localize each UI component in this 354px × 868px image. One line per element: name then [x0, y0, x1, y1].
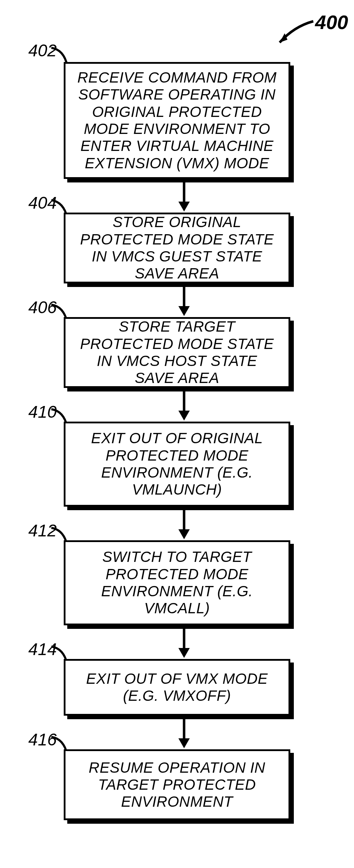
step-box-412: SWITCH TO TARGET PROTECTED MODE ENVIRONM… [64, 540, 290, 625]
figure-reference-label: 400 [315, 11, 348, 34]
step-text: EXIT OUT OF VMX MODE (E.G. VMXOFF) [75, 670, 279, 705]
connector-arrow-icon [177, 182, 191, 213]
step-text: SWITCH TO TARGET PROTECTED MODE ENVIRONM… [75, 548, 279, 617]
step-box-410: EXIT OUT OF ORIGINAL PROTECTED MODE ENVI… [64, 422, 290, 507]
step-box-402: RECEIVE COMMAND FROM SOFTWARE OPERATING … [64, 62, 290, 179]
connector-arrow-icon [177, 719, 191, 749]
step-text: STORE ORIGINAL PROTECTED MODE STATE IN V… [75, 214, 279, 282]
connector-arrow-icon [177, 510, 191, 540]
flowchart-canvas: 400 402 RECEIVE COMMAND FROM SOFTWARE OP… [0, 0, 354, 868]
step-text: STORE TARGET PROTECTED MODE STATE IN VMC… [75, 318, 279, 387]
step-box-404: STORE ORIGINAL PROTECTED MODE STATE IN V… [64, 213, 290, 283]
step-text: RECEIVE COMMAND FROM SOFTWARE OPERATING … [75, 69, 279, 172]
connector-arrow-icon [177, 391, 191, 422]
step-box-416: RESUME OPERATION IN TARGET PROTECTED ENV… [64, 749, 290, 820]
connector-arrow-icon [177, 287, 191, 317]
step-box-406: STORE TARGET PROTECTED MODE STATE IN VMC… [64, 317, 290, 388]
step-text: EXIT OUT OF ORIGINAL PROTECTED MODE ENVI… [75, 430, 279, 498]
figure-reference-arrow-icon [269, 18, 315, 51]
step-box-414: EXIT OUT OF VMX MODE (E.G. VMXOFF) [64, 659, 290, 716]
step-text: RESUME OPERATION IN TARGET PROTECTED ENV… [75, 759, 279, 811]
connector-arrow-icon [177, 629, 191, 659]
